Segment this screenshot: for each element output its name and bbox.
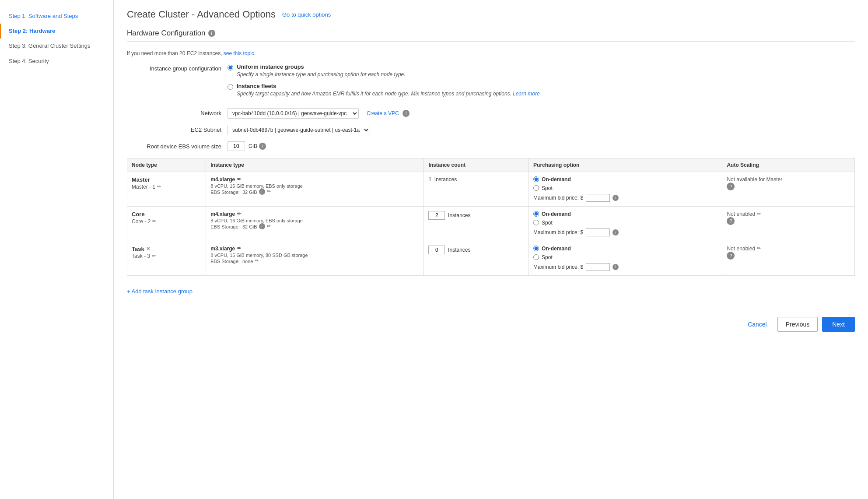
network-label: Network [127,108,228,116]
sidebar-item-step4[interactable]: Step 4: Security [0,54,113,69]
task-purchasing-cell: On-demand Spot Maximum bid price: $ i [529,241,722,275]
uniform-option: Uniform instance groups Specify a single… [228,63,855,78]
core-autoscaling-help-icon[interactable]: ? [727,217,735,225]
hardware-config-info-icon[interactable]: i [208,30,215,37]
master-instance-edit-icon[interactable]: ✏ [237,176,241,182]
task-ondemand-row: On-demand [533,246,718,252]
uniform-option-desc: Specify a single instance type and purch… [237,71,406,78]
master-ondemand-radio[interactable] [533,176,539,182]
master-bid-row: Maximum bid price: $ i [533,194,718,202]
core-ondemand-radio[interactable] [533,211,539,217]
master-node-sub: Master - 1 ✏ [132,184,201,190]
task-spot-label: Spot [542,254,553,260]
task-storage-edit-icon[interactable]: ✏ [255,258,259,264]
core-ondemand-label: On-demand [542,211,571,217]
core-storage-edit-icon[interactable]: ✏ [267,223,271,229]
task-instance-detail1: 8 vCPU, 15 GiB memory, 80 SSD GB storage [210,253,419,258]
master-autoscaling-text: Not available for Master [727,176,850,183]
col-purchasing-option: Purchasing option [529,158,722,172]
core-bid-info-icon[interactable]: i [612,229,619,235]
task-instance-edit-icon[interactable]: ✏ [237,246,241,251]
table-row: Core Core - 2 ✏ m4.xlarge ✏ 8 vCPU, 16 G… [127,206,855,241]
network-info-icon[interactable]: i [402,110,410,117]
quick-options-link[interactable]: Go to quick options [282,11,331,18]
master-spot-row: Spot [533,185,718,191]
instance-group-config-options: Uniform instance groups Specify a single… [228,63,855,102]
master-instance-type-cell: m4.xlarge ✏ 8 vCPU, 16 GiB memory, EBS o… [206,172,424,206]
core-bid-row: Maximum bid price: $ i [533,228,718,236]
network-select[interactable]: vpc-bab410dd (10.0.0.0/16) | geowave-gui… [228,108,359,119]
task-ondemand-radio[interactable] [533,246,539,251]
master-instance-detail1: 8 vCPU, 16 GiB memory, EBS only storage [210,183,419,189]
task-bid-input[interactable] [586,263,610,271]
section-header: Hardware Configuration i [127,29,855,38]
fleets-option-desc: Specify target capacity and how Amazon E… [237,90,540,98]
ebs-volume-row: Root device EBS volume size 10 GiB i [127,141,855,151]
master-node-name: Master [132,176,201,183]
task-node-name: Task ✕ [132,246,201,252]
core-spot-label: Spot [542,220,553,226]
master-storage-info-icon[interactable]: i [259,189,265,195]
learn-more-link[interactable]: Learn more [513,91,539,97]
see-this-topic-link[interactable]: see this topic. [224,50,256,56]
core-spot-row: Spot [533,220,718,226]
task-ondemand-label: On-demand [542,246,571,252]
master-instance-type: m4.xlarge ✏ [210,176,419,183]
sidebar-item-step2[interactable]: Step 2: Hardware [0,24,113,39]
create-vpc-link[interactable]: Create a VPC [367,110,399,116]
task-autoscaling-help-icon[interactable]: ? [727,252,735,260]
master-storage-edit-icon[interactable]: ✏ [267,189,271,194]
ec2-subnet-select[interactable]: subnet-0db4897b | geowave-guide-subnet |… [228,125,370,135]
master-spot-label: Spot [542,185,553,191]
sidebar-item-step1[interactable]: Step 1: Software and Steps [0,9,113,24]
sidebar-item-step3[interactable]: Step 3: General Cluster Settings [0,39,113,53]
master-instance-storage: EBS Storage: 32 GiB i ✏ [210,189,419,195]
cancel-button[interactable]: Cancel [742,317,773,331]
task-bid-label: Maximum bid price: $ [533,264,583,270]
page-title: Create Cluster - Advanced Options [127,9,276,20]
core-storage-info-icon[interactable]: i [259,223,265,229]
core-bid-input[interactable] [586,228,610,236]
master-bid-info-icon[interactable]: i [612,195,619,201]
core-count-input[interactable] [428,211,445,220]
ebs-volume-label: Root device EBS volume size [127,141,228,150]
core-edit-icon[interactable]: ✏ [152,218,156,224]
core-autoscaling-edit-icon[interactable]: ✏ [757,211,761,217]
ebs-unit: GiB [248,143,257,149]
add-task-link[interactable]: + Add task instance group [127,288,192,295]
task-count-cell: Instances [424,241,529,275]
master-spot-radio[interactable] [533,185,539,191]
ebs-volume-input[interactable]: 10 [228,141,245,151]
ec2-subnet-row: EC2 Subnet subnet-0db4897b | geowave-gui… [127,125,855,135]
master-bid-input[interactable] [586,194,610,202]
network-row: Network vpc-bab410dd (10.0.0.0/16) | geo… [127,108,855,119]
task-spot-radio[interactable] [533,254,539,260]
core-node-cell: Core Core - 2 ✏ [127,206,206,241]
core-ondemand-row: On-demand [533,211,718,217]
task-autoscaling-text: Not enabled ✏ [727,246,850,252]
task-edit-icon[interactable]: ✏ [152,253,156,259]
ebs-volume-info-icon[interactable]: i [259,143,266,150]
task-spot-row: Spot [533,254,718,260]
fleets-radio[interactable] [228,84,233,90]
task-bid-info-icon[interactable]: i [612,264,619,270]
master-bid-label: Maximum bid price: $ [533,195,583,201]
previous-button[interactable]: Previous [777,317,818,332]
task-instance-type-cell: m3.xlarge ✏ 8 vCPU, 15 GiB memory, 80 SS… [206,241,424,275]
core-spot-radio[interactable] [533,220,539,225]
uniform-radio[interactable] [228,65,233,70]
sidebar: Step 1: Software and Steps Step 2: Hardw… [0,0,114,499]
core-node-sub: Core - 2 ✏ [132,218,201,225]
task-autoscaling-edit-icon[interactable]: ✏ [757,246,761,251]
next-button[interactable]: Next [822,317,855,332]
footer-actions: Cancel Previous Next [127,308,855,341]
network-control: vpc-bab410dd (10.0.0.0/16) | geowave-gui… [228,108,855,119]
task-remove-icon[interactable]: ✕ [146,246,150,252]
task-count-input[interactable] [428,246,445,254]
master-edit-icon[interactable]: ✏ [157,184,161,190]
master-autoscaling-help-icon[interactable]: ? [727,183,735,190]
task-autoscaling-cell: Not enabled ✏ ? [722,241,855,275]
table-row: Task ✕ Task - 3 ✏ m3.xlarge ✏ 8 [127,241,855,275]
ebs-volume-control: 10 GiB i [228,141,855,151]
core-instance-edit-icon[interactable]: ✏ [237,211,241,217]
